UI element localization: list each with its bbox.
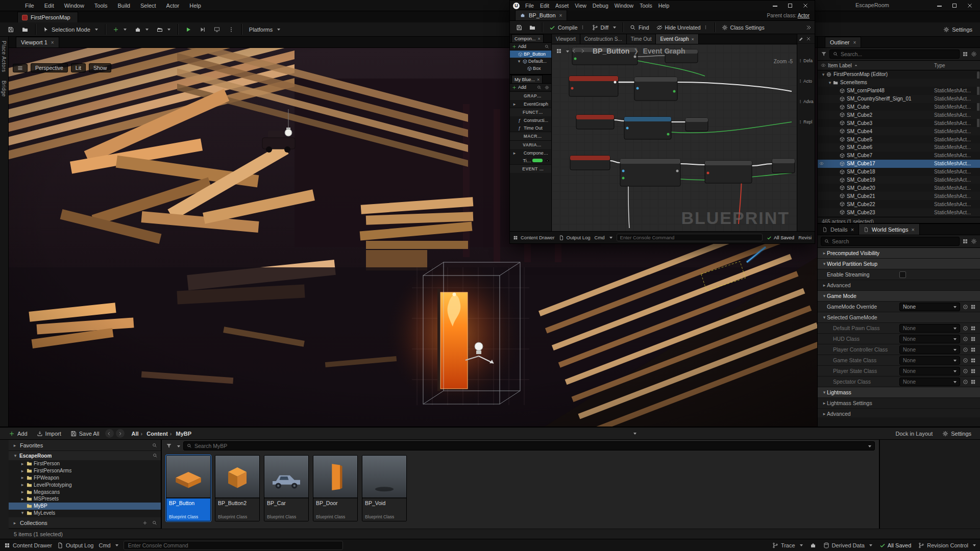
folder-tree-item[interactable]: ▸ Megascans [9, 488, 161, 495]
save-all-button[interactable]: Save All [67, 429, 103, 438]
eye-icon[interactable] [821, 63, 826, 68]
folder-tree-item[interactable]: ▸ FirstPerson [9, 460, 161, 467]
gear-icon[interactable] [971, 51, 977, 57]
blueprint-node[interactable] [570, 156, 610, 170]
filter-caret-icon[interactable] [177, 445, 180, 449]
folder-tree-item[interactable]: ▸ FirstPersonArms [9, 467, 161, 474]
graph-tab[interactable]: Time Out× [627, 34, 656, 44]
menu-item[interactable]: Window [60, 1, 89, 10]
breadcrumb-item[interactable]: Content [140, 431, 169, 437]
menu-item[interactable]: Debug [590, 1, 611, 10]
search-icon[interactable] [545, 44, 549, 49]
viewport-menu-button[interactable] [13, 64, 28, 72]
browse-icon[interactable] [963, 336, 968, 342]
graph-tab[interactable]: Viewport× [552, 34, 580, 44]
back-button[interactable] [105, 429, 114, 438]
import-button[interactable]: Import [33, 429, 65, 438]
bookmark-icon[interactable] [556, 48, 562, 54]
asset-search-input[interactable] [194, 443, 864, 449]
blueprint-node[interactable] [705, 161, 752, 183]
table-row[interactable]: SM_Cube5 StaticMeshAct... [818, 135, 980, 143]
browse-icon[interactable] [963, 368, 968, 374]
details-category[interactable]: Repl [797, 118, 815, 126]
all-saved-status[interactable]: All Saved [767, 235, 794, 240]
section-caret[interactable]: ▸ [822, 400, 827, 406]
property-row[interactable]: ▾ Game Mode [818, 291, 980, 302]
parent-class-value[interactable]: Actor [798, 13, 810, 18]
asset-tile[interactable]: BP_Door Blueprint Class [313, 455, 358, 521]
edge-tab[interactable]: Bridge [0, 77, 8, 101]
my-blueprint-tab[interactable]: My Blue... × [511, 75, 543, 83]
browse-icon[interactable] [963, 325, 968, 331]
derived-data-dropdown[interactable]: Derived Data [823, 542, 872, 548]
menu-item[interactable]: Tools [90, 1, 112, 10]
my-blueprint-row[interactable]: ▸ EventGraph [510, 100, 551, 108]
graph-tab[interactable]: Construction S...× [580, 34, 627, 44]
details-search[interactable] [821, 237, 960, 246]
outliner-search[interactable] [829, 49, 960, 59]
class-settings-button[interactable]: Class Settings [719, 23, 768, 32]
column-item-label[interactable]: Item Label [828, 63, 852, 68]
output-log-button[interactable]: Output Log [57, 542, 93, 548]
cinematics-button[interactable] [153, 25, 174, 34]
compile-button[interactable]: Compile [546, 23, 588, 32]
menu-item[interactable]: Tools [636, 1, 655, 10]
content-drawer-button[interactable]: Content Drawer [513, 235, 555, 240]
breadcrumb-root[interactable]: BP_Button [593, 47, 629, 55]
blueprint-graph-canvas[interactable]: BP_Button ❯ Event Graph Zoom -5 BLUEPRIN… [552, 44, 797, 231]
my-blueprint-row[interactable]: FUNCTIONS [510, 108, 551, 116]
property-row[interactable]: HUD Class None [818, 334, 980, 344]
menu-item[interactable]: Help [185, 1, 206, 10]
add-icon[interactable] [545, 142, 549, 147]
add-actor-button[interactable] [109, 25, 130, 34]
breadcrumb-item[interactable]: All [131, 431, 140, 437]
checkbox[interactable] [899, 271, 906, 278]
my-blueprint-row[interactable]: VARIABLES [510, 140, 551, 149]
table-row[interactable]: SM_Cube3 StaticMeshAct... [818, 119, 980, 127]
property-row[interactable]: Game State Class None [818, 355, 980, 366]
perspective-dropdown[interactable]: Perspective [31, 63, 68, 72]
my-blueprint-row[interactable]: ƒ Constructi... [510, 116, 551, 124]
panel-tab[interactable]: World Settings× [859, 224, 920, 235]
search-options-caret[interactable] [868, 445, 871, 449]
save-button[interactable] [4, 25, 17, 34]
add-icon[interactable] [546, 166, 549, 171]
value-dropdown[interactable]: None [899, 324, 960, 333]
section-caret[interactable]: ▸ [822, 251, 827, 256]
menu-item[interactable]: Edit [537, 1, 552, 10]
search-icon[interactable] [537, 85, 542, 90]
add-icon[interactable] [544, 93, 549, 98]
asset-tile[interactable]: BP_Button Blueprint Class [166, 455, 211, 521]
search-icon[interactable] [152, 443, 157, 448]
components-tab[interactable]: Compon... × [511, 34, 544, 42]
expand-caret[interactable]: ▾ [827, 80, 832, 85]
value-dropdown[interactable]: None [899, 378, 960, 386]
table-row[interactable]: SM_Cube StaticMeshAct... [818, 103, 980, 111]
forward-button[interactable] [116, 429, 125, 438]
blueprint-node[interactable] [772, 159, 795, 173]
my-blueprint-row[interactable]: EVENT DISP... [510, 164, 551, 173]
browse-content-button[interactable] [18, 25, 32, 34]
details-category[interactable]: Acto [797, 78, 815, 85]
property-row[interactable]: Player State Class None [818, 366, 980, 377]
blueprint-node[interactable] [576, 115, 614, 129]
folder-tree-item[interactable]: MyBP [9, 503, 161, 510]
folder-tree-item[interactable]: ▸ LevelPrototyping [9, 481, 161, 488]
table-row[interactable]: SM_Cube2 StaticMeshAct... [818, 111, 980, 119]
close-button[interactable] [800, 2, 811, 9]
gear-icon[interactable] [545, 85, 549, 90]
table-row[interactable]: SM_CountrySheriff_Sign_01 StaticMeshAct.… [818, 95, 980, 103]
console-command-input[interactable] [617, 234, 763, 241]
column-type[interactable]: Type [934, 63, 977, 68]
my-blueprint-row[interactable]: ▸ Components [510, 149, 551, 157]
menu-item[interactable]: Select [136, 1, 161, 10]
details-category[interactable]: Adva [797, 98, 815, 105]
section-caret[interactable]: ▾ [822, 261, 827, 266]
property-row[interactable]: Enable Streaming [818, 269, 980, 280]
pick-icon[interactable] [970, 325, 976, 331]
play-options-button[interactable] [225, 25, 238, 34]
add-icon[interactable] [545, 110, 549, 115]
table-row[interactable]: SM_Cube4 StaticMeshAct... [818, 127, 980, 135]
table-row[interactable]: SM_Cube21 StaticMeshAct... [818, 192, 980, 200]
table-row[interactable]: SM_Cube7 StaticMeshAct... [818, 152, 980, 160]
